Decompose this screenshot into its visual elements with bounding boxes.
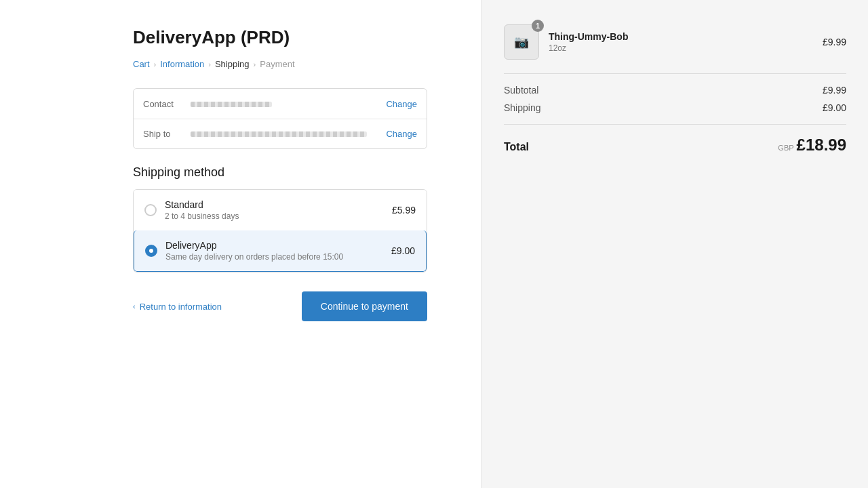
subtotal-row: Subtotal £9.99 <box>504 85 846 96</box>
camera-icon: 📷 <box>514 35 529 49</box>
breadcrumb-cart[interactable]: Cart <box>133 59 150 69</box>
divider-2 <box>504 124 846 125</box>
divider-1 <box>504 73 846 74</box>
cart-item: 📷 1 Thing-Ummy-Bob 12oz £9.99 <box>504 24 846 60</box>
shipping-label: Shipping <box>504 102 541 113</box>
total-label: Total <box>504 141 529 153</box>
shipping-row: Shipping £9.00 <box>504 102 846 113</box>
item-image-wrapper: 📷 1 <box>504 24 539 60</box>
option-deliveryapp-desc: Same day delivery on orders placed befor… <box>165 252 391 262</box>
option-standard-name: Standard <box>165 199 392 210</box>
total-amount: £18.99 <box>797 136 846 155</box>
shipping-options: Standard 2 to 4 business days £5.99 Deli… <box>133 189 427 272</box>
return-link-label: Return to information <box>140 302 222 312</box>
option-standard-desc: 2 to 4 business days <box>165 211 392 221</box>
shipping-method-heading: Shipping method <box>133 165 427 180</box>
item-variant: 12oz <box>549 43 813 53</box>
return-to-information-link[interactable]: ‹ Return to information <box>133 302 222 312</box>
option-deliveryapp-info: DeliveryApp Same day delivery on orders … <box>165 240 391 262</box>
radio-deliveryapp <box>145 245 157 257</box>
breadcrumb-sep-2: › <box>208 60 211 68</box>
total-row: Total GBP £18.99 <box>504 136 846 155</box>
item-details: Thing-Ummy-Bob 12oz <box>549 31 813 53</box>
ship-to-redacted <box>191 131 367 137</box>
ship-to-value <box>191 129 378 139</box>
ship-to-label: Ship to <box>143 129 191 139</box>
item-name: Thing-Ummy-Bob <box>549 31 813 42</box>
left-panel: DeliveryApp (PRD) Cart › Information › S… <box>0 0 481 488</box>
shipping-option-standard[interactable]: Standard 2 to 4 business days £5.99 <box>134 190 427 230</box>
contact-row: Contact Change <box>134 89 427 119</box>
right-panel: 📷 1 Thing-Ummy-Bob 12oz £9.99 Subtotal £… <box>481 0 868 488</box>
contact-redacted <box>191 102 272 107</box>
breadcrumb-sep-3: › <box>254 60 256 68</box>
breadcrumb: Cart › Information › Shipping › Payment <box>133 59 427 69</box>
contact-value <box>191 99 378 109</box>
breadcrumb-payment: Payment <box>260 59 294 69</box>
option-standard-info: Standard 2 to 4 business days <box>165 199 392 221</box>
shipping-value: £9.00 <box>823 102 846 113</box>
option-deliveryapp-name: DeliveryApp <box>165 240 391 251</box>
subtotal-label: Subtotal <box>504 85 538 96</box>
total-value-wrap: GBP £18.99 <box>778 136 846 155</box>
ship-to-change-link[interactable]: Change <box>386 129 417 139</box>
radio-standard <box>144 204 157 216</box>
shipping-option-deliveryapp[interactable]: DeliveryApp Same day delivery on orders … <box>134 230 427 272</box>
breadcrumb-information[interactable]: Information <box>160 59 204 69</box>
item-quantity-badge: 1 <box>532 20 544 32</box>
contact-label: Contact <box>143 99 191 109</box>
breadcrumb-shipping: Shipping <box>215 59 250 69</box>
option-standard-price: £5.99 <box>392 205 416 216</box>
subtotal-value: £9.99 <box>823 85 846 96</box>
option-deliveryapp-price: £9.00 <box>391 245 415 256</box>
total-currency: GBP <box>778 144 793 152</box>
continue-to-payment-button[interactable]: Continue to payment <box>302 291 427 321</box>
ship-to-row: Ship to Change <box>134 119 427 148</box>
item-price: £9.99 <box>823 37 846 47</box>
contact-shipinfo-box: Contact Change Ship to Change <box>133 88 427 149</box>
app-title: DeliveryApp (PRD) <box>133 27 427 48</box>
chevron-left-icon: ‹ <box>133 302 136 310</box>
breadcrumb-sep-1: › <box>154 60 157 68</box>
nav-row: ‹ Return to information Continue to paym… <box>133 291 427 321</box>
contact-change-link[interactable]: Change <box>386 99 417 109</box>
